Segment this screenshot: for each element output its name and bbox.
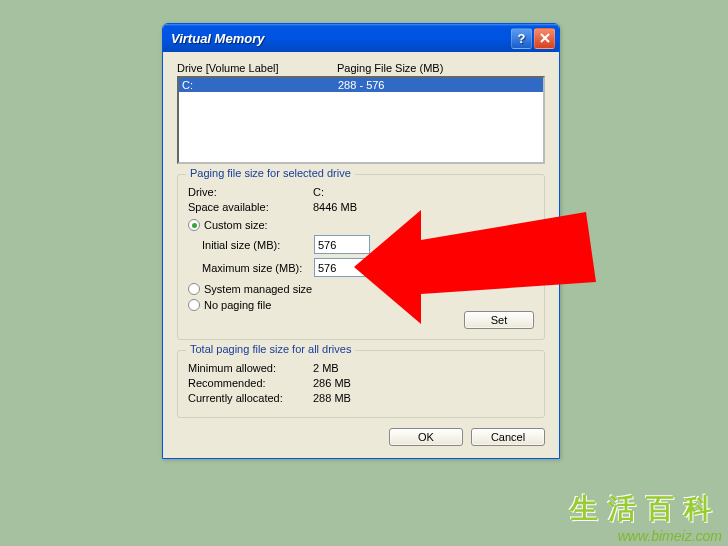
drive-label: Drive:	[188, 186, 313, 198]
no-paging-label: No paging file	[204, 299, 271, 311]
watermark: 生活百科 www.bimeiz.com	[570, 490, 722, 544]
footer-buttons: OK Cancel	[177, 428, 545, 446]
titlebar[interactable]: Virtual Memory ?	[163, 24, 559, 52]
currently-allocated-value: 288 MB	[313, 392, 351, 404]
system-managed-label: System managed size	[204, 283, 312, 295]
header-size: Paging File Size (MB)	[337, 62, 443, 74]
row-drive: C:	[182, 79, 338, 91]
min-allowed-value: 2 MB	[313, 362, 339, 374]
cancel-button[interactable]: Cancel	[471, 428, 545, 446]
maximum-size-input[interactable]	[314, 258, 370, 277]
initial-size-input[interactable]	[314, 235, 370, 254]
header-drive: Drive [Volume Label]	[177, 62, 337, 74]
selected-drive-group: Paging file size for selected drive Driv…	[177, 174, 545, 340]
help-button[interactable]: ?	[511, 28, 532, 49]
recommended-value: 286 MB	[313, 377, 351, 389]
space-available-label: Space available:	[188, 201, 313, 213]
row-size: 288 - 576	[338, 79, 384, 91]
radio-icon	[188, 219, 200, 231]
drive-listbox[interactable]: C: 288 - 576	[177, 76, 545, 164]
window-title: Virtual Memory	[171, 31, 509, 46]
set-button[interactable]: Set	[464, 311, 534, 329]
watermark-url: www.bimeiz.com	[570, 528, 722, 544]
selected-drive-legend: Paging file size for selected drive	[186, 167, 355, 179]
virtual-memory-dialog: Virtual Memory ? Drive [Volume Label] Pa…	[162, 23, 560, 459]
custom-size-label: Custom size:	[204, 219, 268, 231]
min-allowed-label: Minimum allowed:	[188, 362, 313, 374]
custom-size-radio[interactable]: Custom size:	[188, 219, 534, 231]
no-paging-radio[interactable]: No paging file	[188, 299, 534, 311]
space-available-value: 8446 MB	[313, 201, 357, 213]
initial-size-label: Initial size (MB):	[202, 239, 314, 251]
close-icon	[540, 33, 550, 43]
ok-button[interactable]: OK	[389, 428, 463, 446]
currently-allocated-label: Currently allocated:	[188, 392, 313, 404]
dialog-content: Drive [Volume Label] Paging File Size (M…	[163, 52, 559, 458]
watermark-text: 生活百科	[570, 490, 722, 528]
radio-icon	[188, 283, 200, 295]
maximum-size-label: Maximum size (MB):	[202, 262, 314, 274]
list-item[interactable]: C: 288 - 576	[179, 78, 543, 92]
total-legend: Total paging file size for all drives	[186, 343, 355, 355]
drive-value: C:	[313, 186, 324, 198]
recommended-label: Recommended:	[188, 377, 313, 389]
total-group: Total paging file size for all drives Mi…	[177, 350, 545, 418]
drive-list-headers: Drive [Volume Label] Paging File Size (M…	[177, 62, 545, 74]
radio-icon	[188, 299, 200, 311]
system-managed-radio[interactable]: System managed size	[188, 283, 534, 295]
close-button[interactable]	[534, 28, 555, 49]
